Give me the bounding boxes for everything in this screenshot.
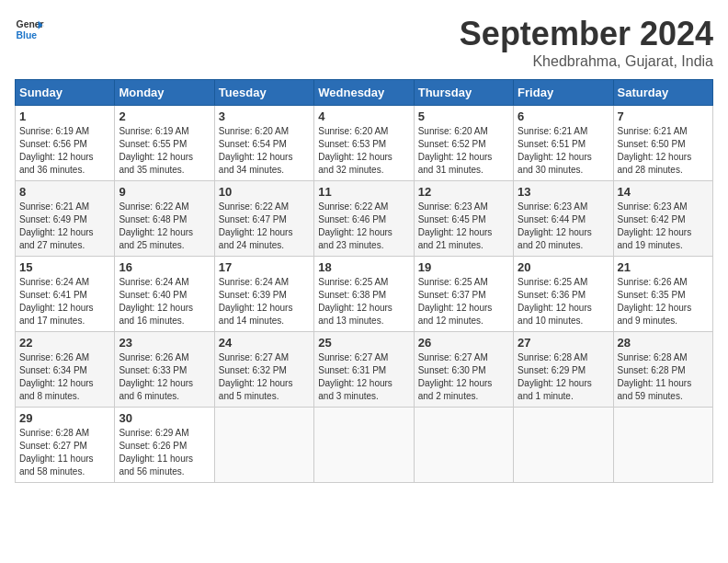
- day-number: 1: [19, 109, 110, 123]
- day-number: 20: [518, 260, 609, 274]
- col-wednesday: Wednesday: [314, 80, 414, 106]
- table-row: 7 Sunrise: 6:21 AM Sunset: 6:50 PM Dayli…: [613, 106, 712, 181]
- day-number: 23: [119, 336, 210, 350]
- table-row: [314, 408, 414, 483]
- table-row: 8 Sunrise: 6:21 AM Sunset: 6:49 PM Dayli…: [16, 181, 115, 257]
- day-detail: Sunrise: 6:27 AM Sunset: 6:32 PM Dayligh…: [219, 351, 310, 403]
- table-row: [214, 408, 313, 483]
- table-row: 30 Sunrise: 6:29 AM Sunset: 6:26 PM Dayl…: [115, 408, 214, 483]
- calendar-week-row: 29 Sunrise: 6:28 AM Sunset: 6:27 PM Dayl…: [16, 408, 713, 483]
- table-row: 6 Sunrise: 6:21 AM Sunset: 6:51 PM Dayli…: [514, 106, 613, 181]
- table-row: 27 Sunrise: 6:28 AM Sunset: 6:29 PM Dayl…: [514, 332, 613, 408]
- day-detail: Sunrise: 6:23 AM Sunset: 6:42 PM Dayligh…: [618, 201, 709, 252]
- day-number: 5: [418, 109, 509, 123]
- svg-text:Blue: Blue: [17, 30, 38, 40]
- day-number: 2: [119, 109, 210, 123]
- day-number: 15: [19, 260, 110, 274]
- table-row: 20 Sunrise: 6:25 AM Sunset: 6:36 PM Dayl…: [514, 257, 613, 332]
- location-subtitle: Khedbrahma, Gujarat, India: [460, 53, 713, 70]
- day-detail: Sunrise: 6:27 AM Sunset: 6:31 PM Dayligh…: [318, 351, 409, 403]
- table-row: 2 Sunrise: 6:19 AM Sunset: 6:55 PM Dayli…: [115, 106, 214, 181]
- table-row: 12 Sunrise: 6:23 AM Sunset: 6:45 PM Dayl…: [414, 181, 513, 257]
- logo-icon: General Blue: [15, 15, 44, 44]
- day-number: 29: [19, 411, 110, 425]
- day-number: 7: [618, 109, 709, 123]
- day-number: 25: [318, 336, 409, 350]
- day-number: 24: [219, 336, 310, 350]
- calendar-week-row: 15 Sunrise: 6:24 AM Sunset: 6:41 PM Dayl…: [16, 257, 713, 332]
- table-row: 1 Sunrise: 6:19 AM Sunset: 6:56 PM Dayli…: [16, 106, 115, 181]
- day-number: 28: [618, 336, 709, 350]
- day-number: 12: [418, 185, 509, 199]
- table-row: 26 Sunrise: 6:27 AM Sunset: 6:30 PM Dayl…: [414, 332, 513, 408]
- table-row: 3 Sunrise: 6:20 AM Sunset: 6:54 PM Dayli…: [214, 106, 313, 181]
- calendar-week-row: 8 Sunrise: 6:21 AM Sunset: 6:49 PM Dayli…: [16, 181, 713, 257]
- day-detail: Sunrise: 6:28 AM Sunset: 6:29 PM Dayligh…: [518, 351, 609, 403]
- day-detail: Sunrise: 6:25 AM Sunset: 6:37 PM Dayligh…: [418, 276, 509, 327]
- col-saturday: Saturday: [613, 80, 712, 106]
- table-row: 10 Sunrise: 6:22 AM Sunset: 6:47 PM Dayl…: [214, 181, 313, 257]
- day-detail: Sunrise: 6:28 AM Sunset: 6:27 PM Dayligh…: [19, 427, 110, 478]
- table-row: [414, 408, 513, 483]
- table-row: 18 Sunrise: 6:25 AM Sunset: 6:38 PM Dayl…: [314, 257, 414, 332]
- table-row: 5 Sunrise: 6:20 AM Sunset: 6:52 PM Dayli…: [414, 106, 513, 181]
- table-row: 16 Sunrise: 6:24 AM Sunset: 6:40 PM Dayl…: [115, 257, 214, 332]
- table-row: 21 Sunrise: 6:26 AM Sunset: 6:35 PM Dayl…: [613, 257, 712, 332]
- table-row: 22 Sunrise: 6:26 AM Sunset: 6:34 PM Dayl…: [16, 332, 115, 408]
- col-monday: Monday: [115, 80, 214, 106]
- logo: General Blue: [15, 15, 44, 44]
- table-row: 29 Sunrise: 6:28 AM Sunset: 6:27 PM Dayl…: [16, 408, 115, 483]
- day-detail: Sunrise: 6:25 AM Sunset: 6:36 PM Dayligh…: [518, 276, 609, 327]
- day-number: 22: [19, 336, 110, 350]
- day-detail: Sunrise: 6:29 AM Sunset: 6:26 PM Dayligh…: [119, 427, 210, 478]
- day-detail: Sunrise: 6:25 AM Sunset: 6:38 PM Dayligh…: [318, 276, 409, 327]
- day-detail: Sunrise: 6:21 AM Sunset: 6:49 PM Dayligh…: [19, 201, 110, 252]
- day-number: 3: [219, 109, 310, 123]
- col-friday: Friday: [514, 80, 613, 106]
- day-detail: Sunrise: 6:22 AM Sunset: 6:46 PM Dayligh…: [318, 201, 409, 252]
- table-row: 13 Sunrise: 6:23 AM Sunset: 6:44 PM Dayl…: [514, 181, 613, 257]
- day-number: 11: [318, 185, 409, 199]
- day-number: 27: [518, 336, 609, 350]
- calendar-week-row: 1 Sunrise: 6:19 AM Sunset: 6:56 PM Dayli…: [16, 106, 713, 181]
- day-detail: Sunrise: 6:26 AM Sunset: 6:34 PM Dayligh…: [19, 351, 110, 403]
- day-detail: Sunrise: 6:23 AM Sunset: 6:45 PM Dayligh…: [418, 201, 509, 252]
- table-row: 14 Sunrise: 6:23 AM Sunset: 6:42 PM Dayl…: [613, 181, 712, 257]
- day-number: 21: [618, 260, 709, 274]
- table-row: 15 Sunrise: 6:24 AM Sunset: 6:41 PM Dayl…: [16, 257, 115, 332]
- day-detail: Sunrise: 6:20 AM Sunset: 6:52 PM Dayligh…: [418, 125, 509, 177]
- day-detail: Sunrise: 6:26 AM Sunset: 6:33 PM Dayligh…: [119, 351, 210, 403]
- day-number: 9: [119, 185, 210, 199]
- month-title: September 2024: [460, 15, 713, 53]
- page-header: General Blue September 2024 Khedbrahma, …: [15, 15, 713, 70]
- day-detail: Sunrise: 6:19 AM Sunset: 6:55 PM Dayligh…: [119, 125, 210, 177]
- title-section: September 2024 Khedbrahma, Gujarat, Indi…: [460, 15, 713, 70]
- day-number: 18: [318, 260, 409, 274]
- table-row: 23 Sunrise: 6:26 AM Sunset: 6:33 PM Dayl…: [115, 332, 214, 408]
- day-number: 14: [618, 185, 709, 199]
- day-detail: Sunrise: 6:24 AM Sunset: 6:40 PM Dayligh…: [119, 276, 210, 327]
- day-number: 30: [119, 411, 210, 425]
- day-number: 4: [318, 109, 409, 123]
- day-detail: Sunrise: 6:22 AM Sunset: 6:48 PM Dayligh…: [119, 201, 210, 252]
- calendar-week-row: 22 Sunrise: 6:26 AM Sunset: 6:34 PM Dayl…: [16, 332, 713, 408]
- table-row: 25 Sunrise: 6:27 AM Sunset: 6:31 PM Dayl…: [314, 332, 414, 408]
- col-thursday: Thursday: [414, 80, 513, 106]
- table-row: 28 Sunrise: 6:28 AM Sunset: 6:28 PM Dayl…: [613, 332, 712, 408]
- day-number: 6: [518, 109, 609, 123]
- calendar-header-row: Sunday Monday Tuesday Wednesday Thursday…: [16, 80, 713, 106]
- day-detail: Sunrise: 6:24 AM Sunset: 6:41 PM Dayligh…: [19, 276, 110, 327]
- day-detail: Sunrise: 6:22 AM Sunset: 6:47 PM Dayligh…: [219, 201, 310, 252]
- table-row: 9 Sunrise: 6:22 AM Sunset: 6:48 PM Dayli…: [115, 181, 214, 257]
- day-number: 8: [19, 185, 110, 199]
- table-row: 24 Sunrise: 6:27 AM Sunset: 6:32 PM Dayl…: [214, 332, 313, 408]
- day-detail: Sunrise: 6:19 AM Sunset: 6:56 PM Dayligh…: [19, 125, 110, 177]
- table-row: 4 Sunrise: 6:20 AM Sunset: 6:53 PM Dayli…: [314, 106, 414, 181]
- day-detail: Sunrise: 6:26 AM Sunset: 6:35 PM Dayligh…: [618, 276, 709, 327]
- day-number: 13: [518, 185, 609, 199]
- day-detail: Sunrise: 6:21 AM Sunset: 6:50 PM Dayligh…: [618, 125, 709, 177]
- day-number: 19: [418, 260, 509, 274]
- table-row: 19 Sunrise: 6:25 AM Sunset: 6:37 PM Dayl…: [414, 257, 513, 332]
- day-detail: Sunrise: 6:20 AM Sunset: 6:54 PM Dayligh…: [219, 125, 310, 177]
- day-number: 17: [219, 260, 310, 274]
